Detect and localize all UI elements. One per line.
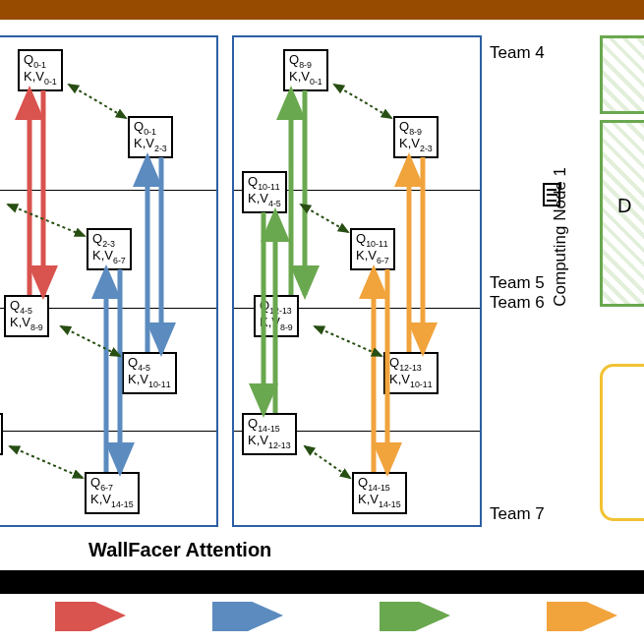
green-hatched-top	[600, 35, 644, 114]
server-icon	[543, 183, 560, 206]
p2-node-1: Q8-9 K,V0-1	[283, 49, 328, 91]
panel-left	[0, 35, 218, 527]
p1-node-8: Q6-7 K,V14-15	[85, 472, 140, 514]
yellow-rounded	[600, 364, 644, 521]
p1-node-1: Q0-1 K,V0-1	[18, 49, 63, 91]
top-brown-bar	[0, 0, 644, 20]
p2-node-2: Q8-9 K,V2-3	[393, 116, 439, 158]
p2-node-4: Q10-11 K,V6-7	[350, 228, 395, 270]
p1-node-4: Q2-3 K,V6-7	[87, 228, 132, 270]
p2-node-5: Q12-13 K,V8-9	[254, 295, 299, 337]
team-6-label: Team 6	[490, 293, 545, 313]
legend-arrows	[0, 602, 644, 631]
d-label: D	[617, 195, 631, 217]
p2-node-6: Q12-13 K,V10-11	[383, 352, 439, 394]
p2-node-7: Q14-15 K,V12-13	[242, 413, 297, 455]
p1-node-6: Q4-5 K,V10-11	[122, 352, 177, 394]
p2-node-8: Q14-15 K,V14-15	[352, 472, 407, 514]
team-7-label: Team 7	[490, 504, 545, 524]
p1-node-2: Q0-1 K,V2-3	[128, 116, 173, 158]
team-4-label: Team 4	[490, 43, 545, 63]
p1-node-5: Q4-5 K,V8-9	[4, 295, 49, 337]
legend-black-bar	[0, 570, 644, 594]
diagram-title: WallFacer Attention	[88, 539, 271, 561]
team-5-label: Team 5	[490, 273, 545, 293]
p2-node-3: Q10-11 K,V4-5	[242, 171, 287, 213]
p1-node-7: 7 -13	[0, 413, 3, 455]
